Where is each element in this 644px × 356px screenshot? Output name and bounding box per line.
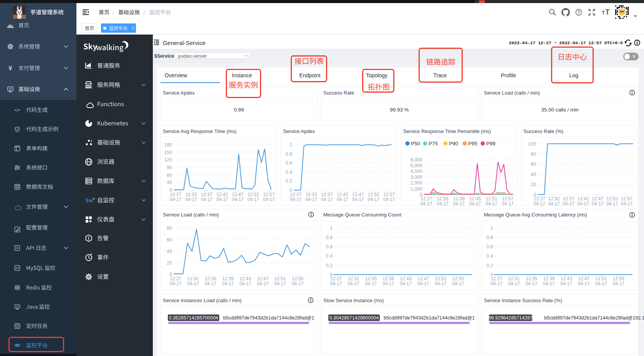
svg-text:04-17: 04-17	[216, 197, 228, 202]
svg-text:04-17: 04-17	[205, 281, 217, 286]
svg-text:General-Service: General-Service	[163, 40, 205, 46]
svg-text:12:51: 12:51	[595, 276, 607, 281]
svg-text:04-17: 04-17	[368, 197, 379, 202]
svg-text:Service Instance Success Rate: Service Instance Success Rate (%)	[484, 298, 562, 303]
svg-text:12:37: 12:37	[201, 192, 212, 197]
svg-text:0.6: 0.6	[487, 244, 493, 250]
svg-text:12:51: 12:51	[275, 276, 286, 281]
svg-text:$Service: $Service	[154, 53, 174, 59]
svg-text:12:27: 12:27	[170, 276, 181, 281]
svg-text:12:39: 12:39	[543, 276, 555, 281]
svg-text:12:51: 12:51	[435, 276, 446, 281]
svg-text:04-17: 04-17	[201, 197, 213, 202]
svg-text:12:52: 12:52	[248, 192, 259, 197]
svg-text:150: 150	[164, 150, 172, 155]
svg-text:04-17: 04-17	[485, 201, 497, 206]
svg-text:12:52: 12:52	[368, 192, 379, 197]
svg-text:12:55: 12:55	[613, 276, 624, 281]
svg-text:04-17: 04-17	[563, 201, 574, 206]
svg-text:04-17: 04-17	[421, 201, 432, 206]
svg-text:Profile: Profile	[501, 72, 516, 78]
svg-text:04-17: 04-17	[382, 281, 394, 286]
svg-text:04-17: 04-17	[453, 201, 465, 206]
svg-text:04-17: 04-17	[469, 201, 481, 206]
svg-text:60: 60	[531, 161, 536, 167]
svg-text:04-17: 04-17	[185, 197, 197, 202]
svg-text:1,000: 1,000	[411, 186, 422, 192]
svg-text:Log: Log	[569, 72, 578, 78]
svg-text:04-17: 04-17	[543, 281, 555, 286]
svg-text:5,000: 5,000	[411, 163, 422, 168]
svg-text:2,000: 2,000	[411, 180, 422, 186]
svg-text:12:27: 12:27	[534, 196, 545, 201]
svg-text:Message Queue Consuming Count: Message Queue Consuming Count	[323, 212, 401, 218]
svg-text:Topology: Topology	[366, 72, 387, 78]
svg-text:04-17: 04-17	[365, 281, 377, 286]
svg-text:04-17: 04-17	[232, 197, 244, 202]
svg-text:90: 90	[167, 165, 172, 170]
svg-text:12:35: 12:35	[365, 276, 377, 281]
svg-text:04-17: 04-17	[508, 281, 520, 286]
svg-text:04-17: 04-17	[613, 281, 624, 286]
svg-text:04-17: 04-17	[239, 281, 251, 286]
svg-text:Service Avg Response Time (ms): Service Avg Response Time (ms)	[163, 128, 237, 134]
svg-text:12:39: 12:39	[222, 276, 233, 281]
svg-text:04-17: 04-17	[170, 197, 182, 202]
svg-text:0.8: 0.8	[326, 235, 333, 240]
svg-text:04-17: 04-17	[435, 281, 447, 286]
svg-text:P95: P95	[468, 141, 477, 146]
svg-text:04-17: 04-17	[592, 201, 604, 206]
svg-text:P75: P75	[429, 141, 438, 146]
svg-text:35.00 calls / min: 35.00 calls / min	[541, 107, 579, 113]
svg-text:04-17: 04-17	[292, 281, 304, 286]
svg-text:12:57: 12:57	[502, 196, 513, 201]
svg-text:Message Queue Avg Consuming La: Message Queue Avg Consuming Latency (ms)	[484, 212, 587, 218]
svg-text:12:27: 12:27	[421, 196, 432, 201]
svg-text:12:55: 12:55	[452, 276, 464, 281]
svg-text:12:27: 12:27	[491, 276, 502, 281]
svg-text:04-17: 04-17	[257, 281, 269, 286]
svg-text:12:39: 12:39	[382, 276, 394, 281]
svg-text:Endpoint: Endpoint	[299, 72, 320, 78]
svg-text:12:57: 12:57	[621, 196, 632, 201]
svg-text:04-17: 04-17	[222, 281, 234, 286]
svg-text:04-17: 04-17	[305, 197, 317, 202]
svg-text:04-17: 04-17	[263, 197, 275, 202]
svg-text:04-17: 04-17	[274, 281, 286, 286]
svg-text:0.8: 0.8	[286, 151, 292, 157]
svg-text:04-17: 04-17	[577, 201, 589, 206]
svg-text:12:47: 12:47	[578, 276, 589, 281]
svg-text:04-17: 04-17	[621, 201, 633, 206]
svg-text:04-17: 04-17	[437, 201, 449, 206]
svg-text:0.35285714285700004: 0.35285714285700004	[169, 315, 219, 321]
svg-text:04-17: 04-17	[417, 281, 429, 286]
svg-text:yudao-server: yudao-server	[178, 53, 207, 59]
svg-text:04-17: 04-17	[352, 197, 364, 202]
svg-text:P99: P99	[486, 141, 495, 146]
svg-text:0.2: 0.2	[487, 263, 493, 268]
svg-text:12:47: 12:47	[257, 276, 268, 281]
svg-text:12:57: 12:57	[263, 192, 275, 197]
svg-text:04-17: 04-17	[336, 197, 348, 202]
svg-text:12:55: 12:55	[292, 276, 303, 281]
svg-text:12:33: 12:33	[437, 196, 448, 201]
svg-text:0.4: 0.4	[487, 253, 493, 259]
svg-text:04-17: 04-17	[400, 281, 412, 286]
svg-text:12:27: 12:27	[170, 192, 181, 197]
svg-text:12:32: 12:32	[548, 196, 560, 201]
svg-text:Success Rate (%): Success Rate (%)	[523, 128, 563, 134]
svg-text:b5cdd997de7943d2b1da7144c6e28f: b5cdd997de7943d2b1da7144c6e28fad@192.16	[544, 315, 644, 321]
svg-text:12:42: 12:42	[217, 192, 228, 197]
svg-text:12:31: 12:31	[348, 276, 359, 281]
svg-text:1: 1	[290, 142, 292, 148]
svg-text:b5cdd997de7943d2b1da7144c6e28f: b5cdd997de7943d2b1da7144c6e28fad@1	[384, 315, 475, 321]
svg-text:1: 1	[490, 226, 493, 231]
svg-text:04-17: 04-17	[247, 197, 259, 202]
svg-text:04-17: 04-17	[560, 281, 572, 286]
svg-text:04-17: 04-17	[348, 281, 359, 286]
svg-text:4,000: 4,000	[411, 169, 422, 174]
svg-text:12:47: 12:47	[417, 276, 429, 281]
svg-text:60: 60	[167, 173, 172, 178]
svg-text:12:47: 12:47	[592, 196, 603, 201]
svg-text:12:27: 12:27	[290, 192, 301, 197]
